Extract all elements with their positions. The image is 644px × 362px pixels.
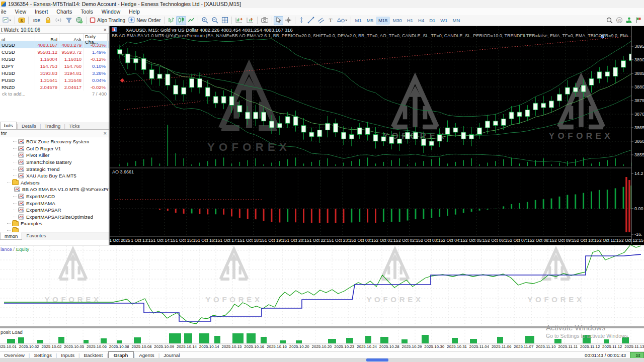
algo-trading-button[interactable]: Algo Trading	[88, 16, 127, 25]
market-watch-row[interactable]: PUSD1.316411.316480.04%	[0, 76, 109, 83]
tester-tab-overview[interactable]: Overview	[0, 352, 29, 358]
zoom-in-icon[interactable]	[200, 16, 210, 25]
vertical-line-icon[interactable]	[297, 16, 306, 25]
timeframe-m15[interactable]: M15	[376, 17, 390, 25]
trend-line-icon[interactable]	[306, 16, 316, 25]
flag-icon[interactable]	[635, 17, 642, 25]
navigator-item[interactable]: Examples	[0, 220, 109, 227]
timeframe-d1[interactable]: D1	[427, 17, 438, 25]
menu-item-tools[interactable]: Tools	[80, 9, 93, 15]
timeframe-m5[interactable]: M5	[364, 17, 376, 25]
close-icon[interactable]: ×	[104, 27, 107, 32]
community-icon[interactable]	[626, 17, 632, 25]
market-watch-row[interactable]: UUSD4083.1674083.279-0.33%	[0, 41, 109, 48]
market-watch-row[interactable]: HUSD3193.833194.813.28%	[0, 69, 109, 76]
menu-item-view[interactable]: View	[15, 9, 27, 15]
globe-icon[interactable]	[74, 16, 85, 25]
menu-item-charts[interactable]: Charts	[56, 9, 72, 15]
camera-icon[interactable]	[259, 16, 270, 25]
chart-type-dropdown-icon[interactable]	[1, 16, 13, 25]
tester-tab-agents[interactable]: Agents	[135, 352, 158, 358]
navigator-item[interactable]: BB AO EMA EA V1.0 MT5 @YoForexPremium	[0, 186, 109, 193]
menu-item-help[interactable]: Help	[129, 9, 140, 15]
navigator-item[interactable]: ExpertMACD	[0, 193, 109, 200]
date-label: 2025.11.12	[580, 344, 600, 349]
bars-chart-icon[interactable]	[166, 16, 176, 25]
tester-graph[interactable]: YOFOREXYOFOREXYOFOREXYOFOREX	[0, 245, 644, 326]
navigator-item[interactable]: Strategic Trend	[0, 165, 109, 172]
click-to-add[interactable]: ck to add...	[2, 91, 25, 97]
navigator-item[interactable]: Advisors	[0, 179, 109, 187]
zoom-out-icon[interactable]	[210, 16, 220, 25]
broadcast-icon[interactable]	[53, 16, 64, 25]
market-watch-row[interactable]: RNZD2.045792.04617-0.02%	[0, 83, 109, 90]
date-label: 2025.11.13	[624, 344, 644, 349]
tester-tab-inputs[interactable]: Inputs	[57, 352, 78, 358]
timeframe-m30[interactable]: M30	[390, 17, 404, 25]
tile-windows-icon[interactable]	[220, 16, 230, 25]
ide-icon[interactable]: IDE	[30, 16, 43, 25]
svg-text:$: $	[20, 18, 23, 23]
tester-tab-journal[interactable]: Journal	[159, 352, 184, 358]
navigator-item[interactable]: Gol D Roger V1	[0, 145, 109, 152]
indicator-window-add-icon[interactable]	[233, 16, 245, 25]
timeframe-h4[interactable]: H4	[416, 17, 427, 25]
svg-text:3870: 3870	[634, 112, 644, 117]
chart-area[interactable]: YOFOREXYOFOREXYOFOREX3895389038853880387…	[110, 26, 644, 245]
market-watch-row[interactable]: DJPY154.753154.7600.10%	[0, 62, 109, 69]
date-label: 2025.10.16	[244, 344, 264, 349]
date-label: 2025.10.02	[19, 344, 39, 349]
help-icon[interactable]: @	[616, 17, 623, 25]
menu-item-window[interactable]: Window	[102, 9, 120, 15]
timeframe-mn[interactable]: MN	[450, 17, 463, 25]
crosshair-icon[interactable]	[283, 16, 293, 25]
cursor-icon[interactable]	[274, 16, 283, 25]
line-chart-icon[interactable]	[186, 16, 196, 25]
navigator-item[interactable]: ExpertMAPSARSizeOptimized	[0, 214, 109, 221]
timeframe-m1[interactable]: M1	[353, 17, 364, 25]
tester-tab-settings[interactable]: Settings	[30, 352, 55, 358]
funnel-icon[interactable]	[64, 16, 74, 25]
timeframe-w1[interactable]: W1	[438, 17, 450, 25]
navigator-item[interactable]: ExpertMAPSAR	[0, 207, 109, 214]
tab-trading[interactable]: Trading	[41, 123, 64, 129]
navigator-item[interactable]: XAU Auto Buy EA MT5	[0, 172, 109, 179]
navigator-item[interactable]	[0, 227, 109, 232]
tester-tab-backtest[interactable]: Backtest	[80, 352, 107, 358]
market-watch-row[interactable]: RUSD1.160041.16010-0.12%	[0, 55, 109, 62]
tab-ticks[interactable]: Ticks	[65, 123, 84, 129]
equity-label: Equity	[16, 246, 29, 252]
shapes-dropdown-icon[interactable]	[335, 16, 349, 25]
candles-chart-icon[interactable]	[176, 16, 186, 25]
menu-item-insert[interactable]: Insert	[35, 9, 48, 15]
text-tool-icon[interactable]: T	[326, 16, 335, 25]
trend-point-marker[interactable]	[601, 35, 604, 38]
navigator-tab-mmon[interactable]: mmon	[0, 232, 22, 240]
menu-item-ile[interactable]: ile	[1, 9, 7, 15]
navigator-tab-favorites[interactable]: Favorites	[22, 232, 50, 239]
date-label: 2025.10.15	[222, 344, 242, 349]
dollar-icon[interactable]: $	[17, 16, 27, 25]
navigator-item[interactable]: SmartChoise Battery	[0, 159, 109, 166]
new-order-button[interactable]: New Order	[127, 16, 162, 25]
toolbar-divider	[351, 17, 351, 24]
channel-icon[interactable]	[316, 16, 326, 25]
change-cell: 1.49%	[84, 48, 108, 55]
market-watch-row[interactable]: CUSD95581.1295593.721.49%	[0, 48, 109, 55]
navigator-item[interactable]: ExpertMAMA	[0, 200, 109, 207]
ask-cell: 1.31648	[59, 76, 84, 83]
toolbar-divider	[15, 17, 15, 24]
tester-tab-graph[interactable]: Graph	[108, 351, 134, 358]
chart-canvas[interactable]: YOFOREXYOFOREXYOFOREX3895389038853880387…	[110, 26, 644, 244]
tab-details[interactable]: Details	[18, 123, 40, 129]
padlock-icon[interactable]	[43, 16, 53, 25]
navigator-item[interactable]: Pivot Killer	[0, 152, 109, 159]
close-icon[interactable]: ×	[104, 131, 107, 136]
indicator-window-remove-icon[interactable]	[245, 16, 256, 25]
navigator-item[interactable]: BOX Zone Recovery System	[0, 138, 109, 145]
svg-text:14.2: 14.2	[634, 171, 643, 176]
tab-bols[interactable]: bols	[0, 122, 17, 129]
start-button[interactable]: St	[630, 352, 644, 358]
search-icon[interactable]	[606, 17, 613, 25]
timeframe-h1[interactable]: H1	[405, 17, 416, 25]
